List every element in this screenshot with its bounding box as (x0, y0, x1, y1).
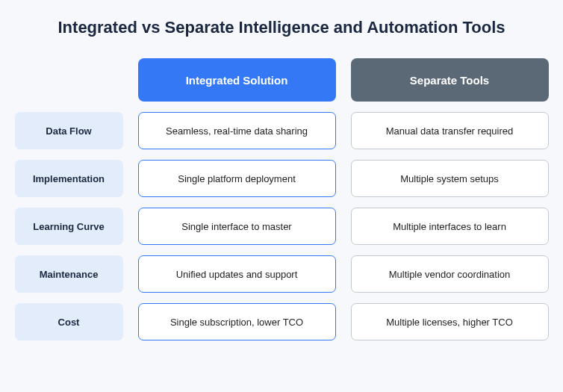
row-label: Cost (15, 303, 123, 340)
cell-separate: Multiple interfaces to learn (351, 208, 549, 245)
comparison-table: Integrated Solution Separate Tools Data … (13, 58, 550, 340)
cell-integrated: Single subscription, lower TCO (138, 303, 336, 340)
cell-separate: Multiple system setups (351, 160, 549, 197)
cell-integrated: Single platform deployment (138, 160, 336, 197)
cell-integrated: Unified updates and support (138, 255, 336, 293)
header-spacer (15, 58, 123, 102)
column-header-integrated: Integrated Solution (138, 58, 336, 102)
row-label: Implementation (15, 160, 123, 197)
cell-separate: Multiple vendor coordination (351, 255, 549, 293)
row-label: Data Flow (15, 112, 123, 149)
cell-separate: Manual data transfer required (351, 112, 549, 149)
cell-separate: Multiple licenses, higher TCO (351, 303, 549, 340)
cell-integrated: Seamless, real-time data sharing (138, 112, 336, 149)
row-label: Maintenance (15, 255, 123, 293)
page-title: Integrated vs Separate Intelligence and … (13, 18, 550, 37)
column-header-separate: Separate Tools (351, 58, 549, 102)
row-label: Learning Curve (15, 208, 123, 245)
cell-integrated: Single interface to master (138, 208, 336, 245)
